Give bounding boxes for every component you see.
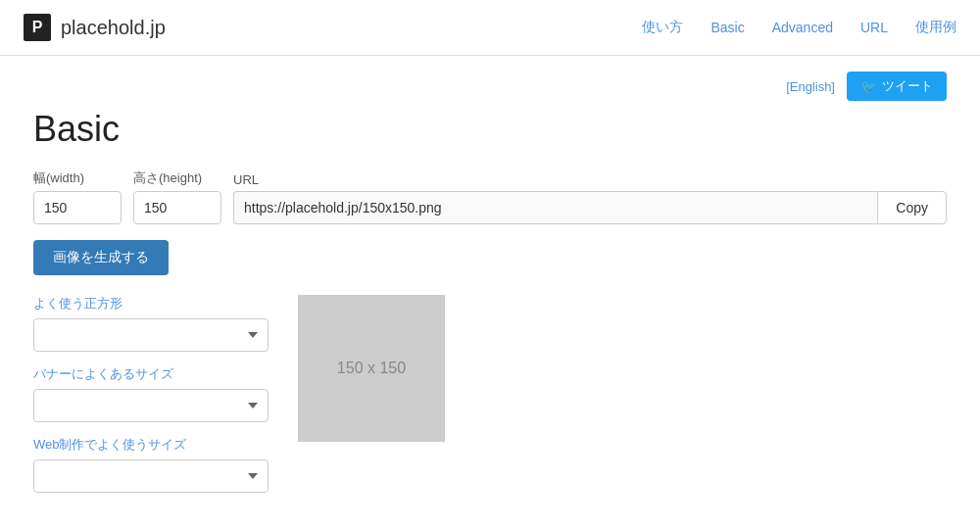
nav-item-usage[interactable]: 使い方: [642, 19, 683, 36]
nav-item-advanced[interactable]: Advanced: [772, 20, 833, 35]
select-square[interactable]: [33, 318, 269, 352]
form-row: 幅(width) 高さ(height) URL Copy: [33, 169, 947, 224]
width-label: 幅(width): [33, 169, 122, 187]
main-nav: 使い方 Basic Advanced URL 使用例: [642, 19, 956, 36]
main-content: [English] 🐦 ツイート Basic 幅(width) 高さ(heigh…: [10, 56, 970, 529]
top-bar: [English] 🐦 ツイート: [33, 72, 947, 101]
select2-label: バナーによくあるサイズ: [33, 365, 269, 383]
url-input[interactable]: [233, 191, 877, 224]
logo-text: placehold.jp: [61, 17, 166, 39]
url-row: Copy: [233, 191, 947, 224]
select3-label: Web制作でよく使うサイズ: [33, 436, 269, 454]
twitter-icon: 🐦: [860, 79, 876, 94]
nav-item-url[interactable]: URL: [860, 20, 888, 35]
logo-link[interactable]: P placehold.jp: [24, 14, 166, 41]
english-link[interactable]: [English]: [786, 79, 835, 94]
twitter-label: ツイート: [882, 77, 933, 95]
content-area: よく使う正方形 バナーによくあるサイズ Web制作でよく使うサイズ 150 x …: [33, 295, 947, 493]
height-field-group: 高さ(height): [133, 169, 221, 224]
nav-item-examples[interactable]: 使用例: [915, 19, 956, 36]
width-field-group: 幅(width): [33, 169, 122, 224]
logo-icon: P: [24, 14, 51, 41]
url-label: URL: [233, 172, 947, 187]
twitter-button[interactable]: 🐦 ツイート: [847, 72, 947, 101]
height-label: 高さ(height): [133, 169, 221, 187]
height-input[interactable]: [133, 191, 221, 224]
copy-button[interactable]: Copy: [877, 191, 947, 224]
select-banner[interactable]: [33, 389, 269, 422]
select-web[interactable]: [33, 459, 269, 493]
nav-item-basic[interactable]: Basic: [710, 20, 744, 35]
width-input[interactable]: [33, 191, 122, 224]
select1-label: よく使う正方形: [33, 295, 269, 313]
placeholder-text: 150 x 150: [337, 360, 406, 377]
selects-column: よく使う正方形 バナーによくあるサイズ Web制作でよく使うサイズ: [33, 295, 269, 493]
url-field-group: URL Copy: [233, 172, 947, 224]
page-title: Basic: [33, 109, 947, 150]
placeholder-image: 150 x 150: [298, 295, 445, 442]
generate-button[interactable]: 画像を生成する: [33, 240, 169, 275]
header: P placehold.jp 使い方 Basic Advanced URL 使用…: [0, 0, 980, 56]
